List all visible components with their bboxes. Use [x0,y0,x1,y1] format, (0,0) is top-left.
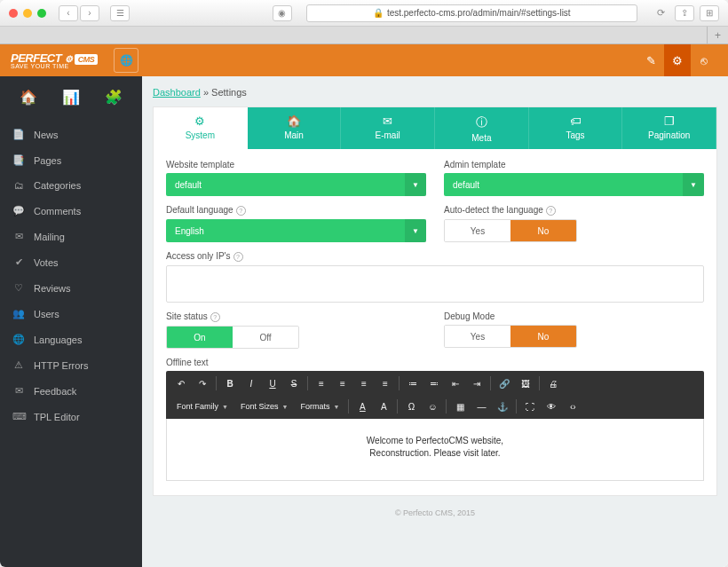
sidebar-toggle-button[interactable]: ☰ [110,5,130,21]
outdent-button[interactable]: ⇤ [446,374,465,392]
sidebar-item-users[interactable]: 👥Users [0,301,142,327]
settings-button[interactable]: ⚙ [664,44,691,76]
new-tab-button[interactable]: + [707,27,728,43]
access-ips-input[interactable] [166,265,704,303]
tab-pagination[interactable]: ❐Pagination [622,107,716,149]
tab-meta[interactable]: ⓘMeta [435,107,529,149]
image-button[interactable]: 🖼 [516,374,535,392]
tab-tags[interactable]: 🏷Tags [529,107,623,149]
site-status-on[interactable]: On [167,327,233,348]
share-button[interactable]: ⇪ [675,5,694,21]
website-template-label: Website template [166,160,426,169]
tabs-button[interactable]: ⊞ [700,5,719,21]
preview-button[interactable]: 👁 [542,398,561,415]
help-icon[interactable]: ? [210,312,220,322]
underline-button[interactable]: U [263,374,282,392]
autodetect-no[interactable]: No [510,220,576,241]
sidebar-item-languages[interactable]: 🌐Languages [0,327,142,352]
help-icon[interactable]: ? [236,206,246,216]
sidebar-item-http-errors[interactable]: ⚠HTTP Errors [0,352,142,378]
anchor-button[interactable]: ⚓ [493,398,512,415]
font-size-select[interactable]: Font Sizes▼ [235,398,293,415]
maximize-window-icon[interactable] [37,9,46,18]
language-switcher[interactable]: 🌐 [114,48,138,73]
align-right-button[interactable]: ≡ [354,374,374,392]
mail-icon: ✉ [341,114,434,128]
votes-icon: ✔ [12,256,25,268]
forward-button[interactable]: › [80,5,99,21]
bullet-list-button[interactable]: ≔ [403,374,423,392]
bg-color-button[interactable]: A [374,398,393,415]
sidebar-item-reviews[interactable]: ♡Reviews [0,275,142,301]
address-bar[interactable]: 🔒 test.perfecto-cms.pro/admin/main/#sett… [306,4,637,22]
debug-mode-yes[interactable]: Yes [445,326,510,347]
help-icon[interactable]: ? [546,206,556,216]
fullscreen-button[interactable]: ⛶ [520,398,540,415]
align-justify-button[interactable]: ≡ [376,374,395,392]
redo-button[interactable]: ↷ [193,374,212,392]
text-color-button[interactable]: A [352,398,372,415]
sidebar-item-label: Languages [34,335,82,345]
formats-select[interactable]: Formats▼ [295,398,344,415]
sidebar-item-news[interactable]: 📄News [0,122,142,147]
align-center-button[interactable]: ≡ [333,374,352,392]
print-button[interactable]: 🖨 [543,374,563,392]
tags-icon: 🏷 [529,114,622,128]
website-template-select[interactable]: default ▼ [166,173,426,196]
home-icon: 🏠 [248,114,341,128]
sidebar-item-feedback[interactable]: ✉Feedback [0,378,142,404]
special-char-button[interactable]: Ω [401,398,421,415]
sidebar-item-votes[interactable]: ✔Votes [0,249,142,275]
minimize-window-icon[interactable] [23,9,32,18]
default-language-select[interactable]: English ▼ [166,219,426,242]
align-left-button[interactable]: ≡ [312,374,331,392]
admin-template-label: Admin template [444,160,704,169]
source-button[interactable]: ‹› [563,398,582,415]
sidebar-item-pages[interactable]: 📑Pages [0,147,142,173]
tab-email[interactable]: ✉E-mail [341,107,435,149]
gear-icon: ⚙ [672,54,683,67]
debug-mode-label: Debug Mode [444,311,704,321]
undo-button[interactable]: ↶ [171,374,191,392]
table-button[interactable]: ▦ [450,398,470,415]
logout-button[interactable]: ⎋ [691,44,717,76]
italic-button[interactable]: I [241,374,261,392]
categories-icon: 🗂 [12,180,25,191]
debug-mode-no[interactable]: No [510,326,576,347]
refresh-icon[interactable]: ⟳ [652,7,669,19]
sidebar-item-mailing[interactable]: ✉Mailing [0,224,142,249]
bold-button[interactable]: B [220,374,240,392]
indent-button[interactable]: ⇥ [467,374,487,392]
strike-button[interactable]: S [284,374,304,392]
admin-template-select[interactable]: default ▼ [444,173,704,196]
close-window-icon[interactable] [9,9,18,18]
site-status-off[interactable]: Off [233,327,298,348]
sidebar-item-tpl-editor[interactable]: ⌨TPL Editor [0,404,142,429]
breadcrumb-root[interactable]: Dashboard [153,87,201,98]
breadcrumb-current: Settings [211,87,247,98]
link-button[interactable]: 🔗 [495,374,514,392]
stats-icon: 📊 [62,90,80,105]
back-button[interactable]: ‹ [59,5,78,21]
autodetect-toggle: Yes No [444,219,577,242]
sidebar-item-comments[interactable]: 💬Comments [0,198,142,224]
autodetect-yes[interactable]: Yes [445,220,510,241]
sidebar-item-categories[interactable]: 🗂Categories [0,173,142,198]
tab-system[interactable]: ⚙System [154,107,248,149]
help-icon[interactable]: ? [233,252,243,262]
edit-button[interactable]: ✎ [637,44,664,76]
font-family-select[interactable]: Font Family▼ [171,398,233,415]
chevron-down-icon: ▼ [222,404,228,410]
comments-icon: 💬 [12,205,25,217]
hr-button[interactable]: — [471,398,491,415]
editor-content[interactable]: Welcome to PerfectoCMS website, Reconstr… [166,419,704,481]
dashboard-home-button[interactable]: 🏠 [20,89,37,106]
number-list-button[interactable]: ≕ [424,374,444,392]
pagination-icon: ❐ [622,114,716,128]
plugins-button[interactable]: 🧩 [105,89,123,106]
reader-button[interactable]: ◉ [273,5,292,21]
tab-main[interactable]: 🏠Main [248,107,342,149]
emoji-button[interactable]: ☺ [423,398,442,415]
stats-button[interactable]: 📊 [62,89,80,106]
main-content: Dashboard » Settings ⚙System 🏠Main ✉E-ma… [142,76,728,567]
